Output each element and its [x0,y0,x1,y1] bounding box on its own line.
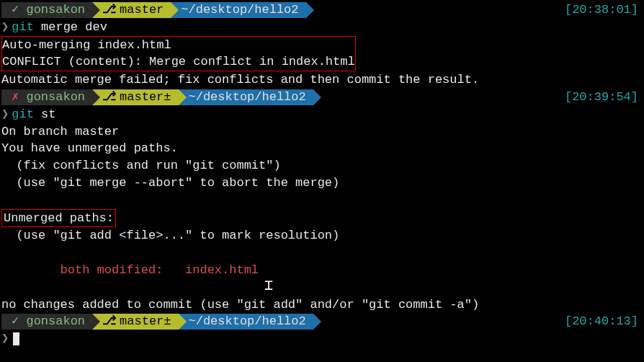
prompt-arrow-icon: ❯ [1,332,9,345]
unmerged-paths-box: Unmerged paths: [1,209,116,228]
prompt-arrow-icon: ❯ [1,107,9,121]
output-line: CONFLICT (content): Merge conflict in in… [2,53,355,71]
cwd-path: ~/desktop/hello2 [181,3,298,17]
username: gonsakon [26,3,85,17]
username: gonsakon [26,90,85,104]
output-line: On branch master [1,123,643,141]
cmd-git: git [12,20,34,34]
text-cursor-icon: ⌶ [264,276,273,296]
prompt-line-1[interactable]: ✓ gonsakon ⎇master ~/desktop/hello2 [20:… [1,1,643,19]
prompt-line-2[interactable]: ✗ gonsakon ⎇master± ~/desktop/hello2 [20… [1,89,643,106]
user-segment: ✓ gonsakon [1,314,92,330]
path-segment: ~/desktop/hello2 [179,89,313,105]
x-icon: ✗ [12,90,19,104]
timestamp: [20:39:54] [565,89,643,106]
output-line: Auto-merging index.html [2,37,355,54]
cmd-args: st [41,107,55,121]
branch-segment: ⎇master± [92,89,178,105]
cwd-path: ~/desktop/hello2 [189,90,306,104]
merge-conflict-box: Auto-merging index.html CONFLICT (conten… [1,36,356,72]
block-cursor-icon [13,332,19,345]
output-line: no changes added to commit (use "git add… [1,296,643,314]
both-modified-line: both modified: index.html [1,262,643,279]
path-segment: ~/desktop/hello2 [171,2,305,18]
output-line: Automatic merge failed; fix conflicts an… [1,71,643,89]
username: gonsakon [26,314,85,328]
output-line: (use "git merge --abort" to abort the me… [1,175,643,192]
output-line: (use "git add <file>..." to mark resolut… [1,227,643,244]
prompt-line-3[interactable]: ✓ gonsakon ⎇master± ~/desktop/hello2 [20… [1,313,643,330]
prompt-arrow-icon: ❯ [1,20,9,34]
branch-icon: ⎇ [102,2,117,18]
check-icon: ✓ [12,3,19,17]
cmd-args: merge dev [41,20,107,34]
branch-icon: ⎇ [102,89,117,105]
path-segment: ~/desktop/hello2 [179,314,313,330]
branch-segment: ⎇master [92,2,171,18]
timestamp: [20:40:13] [565,313,643,330]
branch-icon: ⎇ [102,314,117,330]
branch-name: master [120,3,164,17]
command-line-1[interactable]: ❯git merge dev [1,19,643,36]
user-segment: ✗ gonsakon [1,89,92,105]
cmd-git: git [12,107,34,121]
branch-name: master± [120,90,171,104]
output-line: (fix conflicts and run "git commit") [1,157,643,175]
command-line-3[interactable]: ❯ [1,330,643,348]
cwd-path: ~/desktop/hello2 [189,314,306,328]
output-line: You have unmerged paths. [1,140,643,157]
check-icon: ✓ [12,314,19,328]
branch-segment: ⎇master± [92,314,178,330]
timestamp: [20:38:01] [565,1,643,19]
branch-name: master± [120,314,171,328]
command-line-2[interactable]: ❯git st [1,106,643,123]
user-segment: ✓ gonsakon [1,2,92,18]
